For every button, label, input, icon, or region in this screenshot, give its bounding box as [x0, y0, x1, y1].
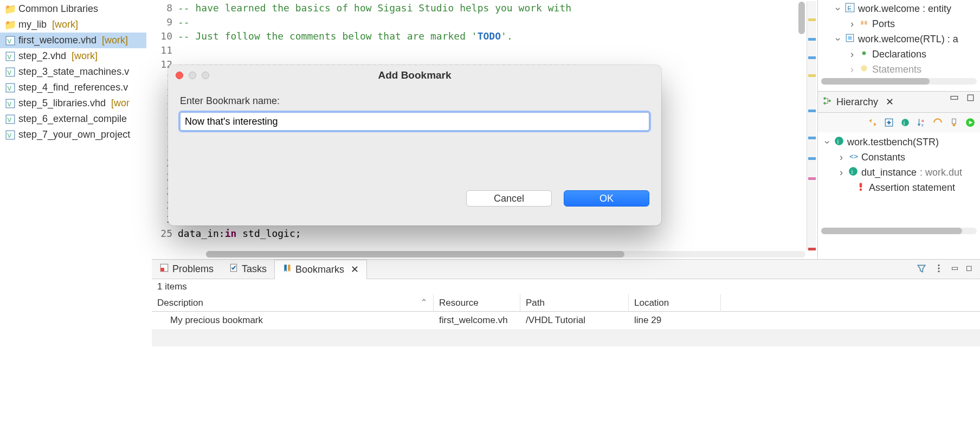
svg-point-44 — [938, 267, 939, 269]
tab-problems[interactable]: Problems — [152, 260, 221, 279]
svg-point-45 — [938, 271, 939, 272]
outline-ports[interactable]: Ports — [818, 16, 980, 31]
filter-icon[interactable] — [917, 263, 926, 275]
dialog-title: Add Bookmark — [168, 69, 661, 81]
chevron-right-icon[interactable] — [848, 64, 856, 75]
toggle-icon[interactable] — [932, 117, 943, 128]
minimize-icon[interactable]: ▭ — [949, 92, 959, 102]
table-row-empty — [152, 346, 980, 364]
outline-declarations[interactable]: Declarations — [818, 47, 980, 62]
column-description[interactable]: Description⌃ — [152, 294, 434, 312]
problems-icon — [159, 263, 169, 275]
filter-icon[interactable] — [949, 117, 959, 128]
hierarchy-constants[interactable]: <> Constants — [818, 150, 980, 165]
svg-text:V: V — [7, 37, 11, 44]
close-view-icon[interactable]: ✕ — [886, 96, 894, 108]
explorer-item-first-welcome[interactable]: V first_welcome.vhd [work] — [0, 33, 146, 48]
hierarchy-tree: i work.testbench(STR) <> Constants i dut… — [818, 132, 980, 259]
bookmark-row[interactable]: My precious bookmark first_welcome.vh /V… — [152, 312, 980, 329]
svg-text:V: V — [7, 132, 11, 138]
column-path[interactable]: Path — [520, 294, 629, 312]
table-row-empty — [152, 329, 980, 346]
minimize-window-icon — [189, 72, 196, 79]
hierarchy-testbench[interactable]: i work.testbench(STR) — [818, 134, 980, 150]
explorer-item-step-6[interactable]: V step_6_external_compile — [0, 111, 146, 127]
project-explorer: 📁 Common Libraries 📁 my_lib [work] V fir… — [0, 0, 146, 259]
bookmarks-icon — [282, 263, 292, 276]
explorer-item-label: step_4_find_references.v — [18, 82, 128, 93]
outline-horizontal-scrollbar[interactable] — [821, 78, 977, 85]
tab-tasks[interactable]: Tasks — [221, 260, 274, 279]
column-location[interactable]: Location — [629, 294, 721, 312]
explorer-item-step-3[interactable]: V step_3_state_machines.v — [0, 64, 146, 80]
library-tag: [work] — [102, 35, 128, 46]
chevron-down-icon[interactable] — [823, 137, 831, 148]
explorer-item-step-7[interactable]: V step_7_your_own_project — [0, 127, 146, 143]
tasks-icon — [229, 263, 238, 275]
bookmarks-table-header: Description⌃ Resource Path Location — [152, 294, 980, 312]
svg-text:V: V — [7, 116, 11, 123]
cancel-button[interactable]: Cancel — [466, 190, 552, 207]
sort-icon[interactable]: az — [916, 117, 927, 128]
run-icon[interactable] — [965, 117, 976, 128]
hierarchy-dut-instance[interactable]: i dut_instance : work.dut — [818, 165, 980, 180]
explorer-item-step-2[interactable]: V step_2.vhd [work] — [0, 48, 146, 64]
explorer-item-step-5[interactable]: V step_5_libraries.vhd [wor — [0, 95, 146, 111]
chevron-right-icon[interactable] — [837, 167, 845, 178]
dialog-label: Enter Bookmark name: — [180, 95, 649, 107]
svg-point-43 — [938, 265, 939, 266]
explorer-item-my-lib[interactable]: 📁 my_lib [work] — [0, 17, 146, 33]
chevron-right-icon[interactable] — [837, 152, 845, 163]
maximize-icon[interactable]: ◻ — [966, 263, 972, 275]
svg-rect-38 — [860, 183, 862, 188]
dialog-titlebar[interactable]: Add Bookmark — [168, 65, 661, 86]
editor-vertical-scrollbar[interactable] — [798, 2, 805, 34]
outline-statements[interactable]: Statements — [818, 62, 980, 77]
svg-rect-30 — [952, 119, 956, 124]
tab-bookmarks[interactable]: Bookmarks ✕ — [274, 260, 367, 279]
editor-horizontal-scrollbar[interactable] — [206, 251, 805, 257]
minimize-icon[interactable]: ▭ — [951, 263, 958, 275]
svg-text:i: i — [837, 138, 839, 144]
explorer-item-common-libraries[interactable]: 📁 Common Libraries — [0, 1, 146, 17]
outline-entity[interactable]: E work.welcome : entity — [818, 1, 980, 16]
hierarchy-icon — [822, 96, 832, 108]
item-count: 1 items — [152, 279, 980, 294]
maximize-icon[interactable]: ◻ — [965, 92, 976, 102]
svg-text:V: V — [7, 53, 11, 60]
svg-point-33 — [835, 137, 843, 145]
svg-point-20 — [862, 51, 866, 55]
bookmark-path: /VHDL Tutorial — [520, 315, 629, 326]
close-tab-icon[interactable]: ✕ — [351, 263, 359, 275]
bookmark-name-input[interactable] — [180, 112, 649, 131]
svg-text:i: i — [904, 120, 905, 126]
zoom-window-icon — [202, 72, 209, 79]
view-menu-icon[interactable] — [934, 263, 944, 275]
vhdl-file-icon: V — [5, 67, 15, 77]
close-window-icon[interactable] — [176, 72, 183, 79]
column-resource[interactable]: Resource — [434, 294, 520, 312]
hierarchy-horizontal-scrollbar[interactable] — [821, 228, 977, 234]
folder-icon: 📁 — [5, 4, 15, 14]
chevron-right-icon[interactable] — [848, 18, 856, 30]
link-with-editor-icon[interactable] — [867, 117, 878, 128]
svg-text:V: V — [7, 85, 11, 91]
folder-icon: 📁 — [5, 20, 15, 30]
bottom-tabs: Problems Tasks Bookmarks ✕ ▭ ◻ — [152, 260, 980, 279]
add-bookmark-dialog: Add Bookmark Enter Bookmark name: Cancel… — [168, 65, 661, 226]
outline-architecture[interactable]: work.welcome(RTL) : a — [818, 31, 980, 47]
outline-label: Declarations — [872, 49, 926, 60]
right-sidebar: E work.welcome : entity Ports work.welco… — [817, 0, 980, 259]
refresh-icon[interactable]: i — [900, 117, 911, 128]
chevron-down-icon[interactable] — [834, 34, 842, 45]
add-icon[interactable] — [884, 117, 894, 128]
tab-label: Problems — [172, 263, 214, 275]
hierarchy-assertion[interactable]: Assertion statement — [818, 180, 980, 195]
explorer-item-step-4[interactable]: V step_4_find_references.v — [0, 80, 146, 95]
ok-button[interactable]: OK — [564, 190, 649, 207]
chevron-right-icon[interactable] — [848, 49, 856, 60]
hierarchy-label: dut_instance — [861, 167, 917, 178]
chevron-down-icon[interactable] — [834, 3, 842, 15]
declarations-icon — [859, 48, 869, 61]
editor-overview-ruler[interactable] — [807, 1, 816, 250]
